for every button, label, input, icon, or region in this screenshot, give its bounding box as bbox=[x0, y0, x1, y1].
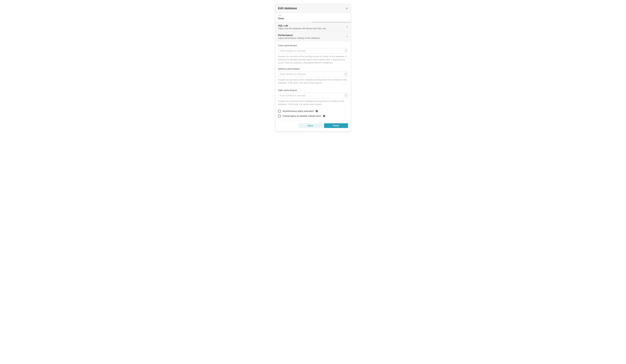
close-icon[interactable] bbox=[346, 7, 348, 10]
chart-cache-input[interactable] bbox=[278, 48, 348, 54]
async-exec-checkbox[interactable] bbox=[278, 110, 281, 112]
section-sql-lab-title: SQL Lab bbox=[278, 24, 326, 27]
table-cache-stepper[interactable]: ▲▼ bbox=[345, 94, 348, 97]
section-sql-lab-subtitle: Adjust how this database will interact w… bbox=[278, 27, 326, 30]
info-icon[interactable]: i bbox=[323, 115, 325, 117]
field-schema-cache: Schema cache timeout ▲▼ Duration (in sec… bbox=[278, 68, 348, 85]
section-sql-lab[interactable]: SQL Lab Adjust how this database will in… bbox=[275, 22, 351, 32]
chart-cache-help: Duration (in seconds) of the caching tim… bbox=[278, 55, 348, 65]
field-chart-cache: Chart cache timeout ▲▼ Duration (in seco… bbox=[278, 44, 348, 65]
chevron-down-icon bbox=[346, 26, 348, 28]
schema-cache-label: Schema cache timeout bbox=[278, 68, 348, 70]
row-cancel-unload: Cancel query on window unload event i bbox=[278, 115, 348, 117]
active-tab-indicator bbox=[312, 22, 351, 22]
table-cache-help: Duration (in seconds) of the metadata ca… bbox=[278, 99, 348, 106]
table-cache-label: Table cache timeout bbox=[278, 89, 348, 92]
performance-panel-body: Chart cache timeout ▲▼ Duration (in seco… bbox=[275, 41, 351, 121]
chart-cache-label: Chart cache timeout bbox=[278, 44, 348, 47]
close-button[interactable]: Close bbox=[298, 123, 322, 128]
database-meta: trino Trino bbox=[275, 13, 351, 22]
cancel-unload-checkbox[interactable] bbox=[278, 115, 281, 117]
section-performance-title: Performance bbox=[278, 34, 320, 36]
chart-cache-stepper[interactable]: ▲▼ bbox=[345, 49, 348, 52]
section-performance[interactable]: Performance Adjust performance settings … bbox=[275, 32, 351, 41]
database-type-slug: trino bbox=[278, 14, 348, 16]
field-table-cache: Table cache timeout ▲▼ Duration (in seco… bbox=[278, 89, 348, 106]
schema-cache-stepper[interactable]: ▲▼ bbox=[345, 72, 348, 76]
database-name: Trino bbox=[278, 17, 348, 20]
row-async-exec: Asynchronous query execution i bbox=[278, 110, 348, 112]
info-icon[interactable]: i bbox=[315, 110, 318, 112]
async-exec-label: Asynchronous query execution bbox=[283, 110, 314, 112]
finish-button[interactable]: Finish bbox=[324, 123, 348, 128]
modal-header: Edit database bbox=[275, 4, 351, 13]
table-cache-input[interactable] bbox=[278, 93, 348, 98]
cancel-unload-label: Cancel query on window unload event bbox=[283, 115, 321, 117]
edit-database-modal: Edit database trino Trino SQL Lab Adjust… bbox=[275, 4, 351, 131]
schema-cache-help: Duration (in seconds) of the metadata ca… bbox=[278, 78, 348, 85]
section-performance-subtitle: Adjust performance settings of this data… bbox=[278, 37, 320, 39]
modal-footer: Close Finish bbox=[275, 121, 351, 130]
chevron-up-icon bbox=[346, 35, 348, 37]
modal-title: Edit database bbox=[278, 7, 297, 10]
schema-cache-input[interactable] bbox=[278, 71, 348, 77]
